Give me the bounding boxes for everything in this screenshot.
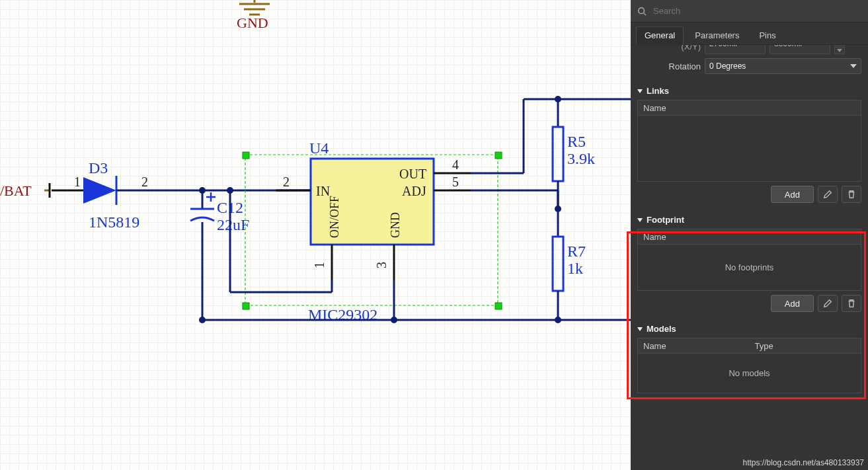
component-c12[interactable]: C12 22uF [190, 190, 249, 320]
r7-ref: R7 [567, 243, 586, 260]
pin-number: 3 [374, 262, 389, 268]
component-d3[interactable]: D3 1N5819 2 [83, 159, 148, 231]
disclose-icon [637, 89, 643, 93]
chevron-down-icon [850, 64, 857, 68]
disclose-icon [637, 218, 643, 222]
r5-value: 3.9k [567, 150, 595, 167]
search-input[interactable] [653, 6, 861, 16]
links-header: Name [637, 100, 861, 116]
d3-value: 1N5819 [89, 214, 139, 231]
section-footprint[interactable]: Footprint [637, 215, 861, 225]
svg-rect-15 [243, 152, 249, 159]
rotation-select[interactable]: 0 Degrees [705, 58, 861, 74]
svg-point-45 [199, 317, 206, 323]
footprint-header: Name [637, 229, 861, 245]
pin-number: 2 [141, 175, 148, 189]
pin-number: 1 [74, 175, 81, 189]
watermark: https://blog.csdn.net/as480133937 [743, 458, 864, 467]
trash-icon[interactable] [842, 295, 861, 312]
pin-number: 2 [283, 175, 290, 189]
svg-point-46 [639, 7, 645, 13]
models-list[interactable]: No models [637, 354, 861, 393]
svg-rect-17 [243, 303, 249, 309]
svg-marker-6 [83, 177, 116, 204]
pin-name: ON/OFF [328, 196, 341, 238]
pin-number: 4 [452, 157, 459, 172]
pin-number: 5 [452, 175, 459, 189]
models-empty-text: No models [729, 368, 769, 378]
component-r5[interactable]: R5 3.9k [553, 99, 595, 209]
tab-pins[interactable]: Pins [750, 26, 784, 45]
svg-rect-41 [553, 237, 563, 291]
r5-ref: R5 [567, 133, 586, 150]
schematic-canvas[interactable]: GND /BAT 1 D3 1N5819 2 C1 [0, 0, 631, 470]
pin-name: OUT [399, 167, 426, 181]
coords-label: (X/Y) [637, 45, 701, 52]
rotation-label: Rotation [637, 61, 701, 71]
tabs: General Parameters Pins [631, 22, 868, 45]
pin-number: 1 [312, 262, 327, 268]
svg-rect-36 [553, 127, 563, 181]
section-models[interactable]: Models [637, 324, 861, 334]
links-list[interactable] [637, 116, 861, 182]
u4-ref: U4 [309, 139, 329, 157]
r7-value: 1k [567, 260, 583, 277]
gnd-symbol: GND [237, 0, 270, 31]
edit-icon[interactable] [818, 186, 838, 203]
svg-line-47 [644, 13, 647, 15]
footprint-add-button[interactable]: Add [771, 295, 814, 312]
footprint-empty-text: No footprints [725, 262, 774, 272]
tab-parameters[interactable]: Parameters [686, 26, 748, 45]
search-bar [631, 0, 868, 22]
pin-name: GND [389, 212, 402, 238]
coord-x-field[interactable]: 2700mil [705, 45, 766, 54]
svg-rect-18 [495, 303, 502, 309]
gnd-label: GND [237, 15, 268, 31]
d3-ref: D3 [89, 159, 108, 176]
net-label-vbat: /BAT [0, 182, 32, 199]
coord-stepper[interactable] [834, 45, 845, 54]
models-header: Name Type [637, 338, 861, 354]
properties-panel: General Parameters Pins (X/Y) 2700mil 83… [631, 0, 868, 470]
pin-name: ADJ [402, 184, 426, 198]
tab-general[interactable]: General [636, 26, 684, 45]
search-icon [637, 7, 647, 16]
links-add-button[interactable]: Add [771, 186, 814, 203]
edit-icon[interactable] [818, 295, 838, 312]
component-r7[interactable]: R7 1k [553, 209, 586, 320]
footprint-list[interactable]: No footprints [637, 245, 861, 291]
svg-rect-16 [495, 152, 502, 159]
trash-icon[interactable] [842, 186, 861, 203]
component-u4[interactable]: U4 MIC29302 2 IN ON/OFF 1 GND 3 OUT ADJ … [243, 139, 502, 323]
disclose-icon [637, 327, 643, 331]
coord-y-field[interactable]: 8300mil [769, 45, 830, 54]
section-links[interactable]: Links [637, 86, 861, 96]
c12-value: 22uF [217, 216, 249, 233]
